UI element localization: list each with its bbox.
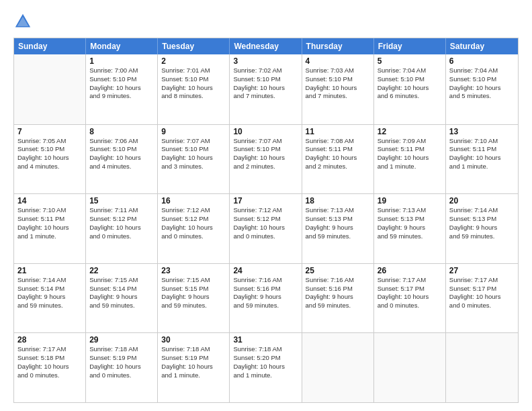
day-cell: 14Sunrise: 7:10 AM Sunset: 5:11 PM Dayli… (14, 194, 86, 263)
day-cell (14, 54, 86, 124)
logo (13, 12, 35, 31)
calendar: Sunday Monday Tuesday Wednesday Thursday… (13, 38, 519, 403)
day-info: Sunrise: 7:01 AM Sunset: 5:10 PM Dayligh… (161, 66, 226, 101)
day-number: 4 (306, 56, 370, 66)
day-number: 13 (449, 127, 515, 136)
day-info: Sunrise: 7:11 AM Sunset: 5:12 PM Dayligh… (89, 206, 154, 240)
day-number: 19 (378, 196, 442, 205)
day-number: 24 (233, 266, 298, 275)
day-info: Sunrise: 7:05 AM Sunset: 5:10 PM Dayligh… (17, 137, 82, 171)
day-info: Sunrise: 7:10 AM Sunset: 5:11 PM Dayligh… (449, 137, 515, 171)
day-info: Sunrise: 7:12 AM Sunset: 5:12 PM Dayligh… (233, 206, 298, 240)
day-cell: 16Sunrise: 7:12 AM Sunset: 5:12 PM Dayli… (158, 194, 230, 263)
day-number: 6 (449, 56, 515, 66)
day-number: 22 (89, 266, 154, 275)
day-info: Sunrise: 7:16 AM Sunset: 5:16 PM Dayligh… (233, 276, 298, 310)
day-info: Sunrise: 7:15 AM Sunset: 5:15 PM Dayligh… (161, 276, 226, 310)
day-cell: 2Sunrise: 7:01 AM Sunset: 5:10 PM Daylig… (158, 54, 230, 124)
day-number: 18 (306, 196, 370, 205)
day-cell: 29Sunrise: 7:18 AM Sunset: 5:19 PM Dayli… (86, 333, 158, 402)
day-number: 27 (449, 266, 515, 275)
day-number: 26 (378, 266, 442, 275)
header-monday: Monday (86, 38, 158, 54)
day-number: 9 (161, 127, 226, 136)
day-cell: 18Sunrise: 7:13 AM Sunset: 5:13 PM Dayli… (302, 194, 374, 263)
day-info: Sunrise: 7:13 AM Sunset: 5:13 PM Dayligh… (306, 206, 370, 240)
day-cell: 27Sunrise: 7:17 AM Sunset: 5:17 PM Dayli… (446, 264, 518, 333)
day-number: 28 (17, 335, 82, 345)
calendar-body: 1Sunrise: 7:00 AM Sunset: 5:10 PM Daylig… (14, 54, 518, 402)
header-tuesday: Tuesday (158, 38, 230, 54)
page: Sunday Monday Tuesday Wednesday Thursday… (0, 0, 532, 411)
day-cell: 23Sunrise: 7:15 AM Sunset: 5:15 PM Dayli… (158, 264, 230, 333)
day-cell: 21Sunrise: 7:14 AM Sunset: 5:14 PM Dayli… (14, 264, 86, 333)
header-sunday: Sunday (14, 38, 86, 54)
day-cell: 6Sunrise: 7:04 AM Sunset: 5:10 PM Daylig… (446, 54, 518, 124)
calendar-header: Sunday Monday Tuesday Wednesday Thursday… (14, 38, 518, 54)
day-cell (446, 333, 518, 402)
week-row-4: 21Sunrise: 7:14 AM Sunset: 5:14 PM Dayli… (14, 263, 518, 333)
day-info: Sunrise: 7:02 AM Sunset: 5:10 PM Dayligh… (233, 66, 298, 101)
day-number: 31 (233, 335, 298, 345)
day-cell: 9Sunrise: 7:07 AM Sunset: 5:10 PM Daylig… (158, 125, 230, 194)
day-number: 14 (17, 196, 82, 205)
day-info: Sunrise: 7:18 AM Sunset: 5:20 PM Dayligh… (233, 345, 298, 379)
day-number: 16 (161, 196, 226, 205)
day-cell: 20Sunrise: 7:14 AM Sunset: 5:13 PM Dayli… (446, 194, 518, 263)
day-cell: 26Sunrise: 7:17 AM Sunset: 5:17 PM Dayli… (374, 264, 446, 333)
day-number: 1 (89, 56, 154, 66)
day-cell: 11Sunrise: 7:08 AM Sunset: 5:11 PM Dayli… (302, 125, 374, 194)
day-number: 7 (17, 127, 82, 136)
day-cell: 10Sunrise: 7:07 AM Sunset: 5:10 PM Dayli… (230, 125, 302, 194)
day-info: Sunrise: 7:17 AM Sunset: 5:17 PM Dayligh… (449, 276, 515, 310)
day-cell: 1Sunrise: 7:00 AM Sunset: 5:10 PM Daylig… (86, 54, 158, 124)
week-row-2: 7Sunrise: 7:05 AM Sunset: 5:10 PM Daylig… (14, 124, 518, 194)
day-number: 3 (233, 56, 298, 66)
day-number: 20 (449, 196, 515, 205)
day-cell: 3Sunrise: 7:02 AM Sunset: 5:10 PM Daylig… (230, 54, 302, 124)
day-cell (374, 333, 446, 402)
day-number: 25 (306, 266, 370, 275)
day-number: 2 (161, 56, 226, 66)
day-info: Sunrise: 7:18 AM Sunset: 5:19 PM Dayligh… (161, 345, 226, 379)
day-number: 5 (378, 56, 442, 66)
day-number: 8 (89, 127, 154, 136)
day-cell: 4Sunrise: 7:03 AM Sunset: 5:10 PM Daylig… (302, 54, 374, 124)
day-cell: 7Sunrise: 7:05 AM Sunset: 5:10 PM Daylig… (14, 125, 86, 194)
day-info: Sunrise: 7:12 AM Sunset: 5:12 PM Dayligh… (161, 206, 226, 240)
day-cell: 8Sunrise: 7:06 AM Sunset: 5:10 PM Daylig… (86, 125, 158, 194)
day-cell: 28Sunrise: 7:17 AM Sunset: 5:18 PM Dayli… (14, 333, 86, 402)
day-cell: 25Sunrise: 7:16 AM Sunset: 5:16 PM Dayli… (302, 264, 374, 333)
header (13, 12, 519, 31)
day-info: Sunrise: 7:00 AM Sunset: 5:10 PM Dayligh… (89, 66, 154, 101)
day-info: Sunrise: 7:04 AM Sunset: 5:10 PM Dayligh… (449, 66, 515, 101)
day-number: 29 (89, 335, 154, 345)
day-number: 17 (233, 196, 298, 205)
day-info: Sunrise: 7:07 AM Sunset: 5:10 PM Dayligh… (161, 137, 226, 171)
day-info: Sunrise: 7:07 AM Sunset: 5:10 PM Dayligh… (233, 137, 298, 171)
day-info: Sunrise: 7:10 AM Sunset: 5:11 PM Dayligh… (17, 206, 82, 240)
day-info: Sunrise: 7:13 AM Sunset: 5:13 PM Dayligh… (378, 206, 442, 240)
day-info: Sunrise: 7:06 AM Sunset: 5:10 PM Dayligh… (89, 137, 154, 171)
day-info: Sunrise: 7:18 AM Sunset: 5:19 PM Dayligh… (89, 345, 154, 379)
logo-icon (13, 12, 32, 31)
day-info: Sunrise: 7:14 AM Sunset: 5:14 PM Dayligh… (17, 276, 82, 310)
week-row-5: 28Sunrise: 7:17 AM Sunset: 5:18 PM Dayli… (14, 332, 518, 402)
day-cell: 19Sunrise: 7:13 AM Sunset: 5:13 PM Dayli… (374, 194, 446, 263)
day-number: 21 (17, 266, 82, 275)
day-info: Sunrise: 7:09 AM Sunset: 5:11 PM Dayligh… (378, 137, 442, 171)
day-cell: 12Sunrise: 7:09 AM Sunset: 5:11 PM Dayli… (374, 125, 446, 194)
header-saturday: Saturday (446, 38, 518, 54)
day-cell: 31Sunrise: 7:18 AM Sunset: 5:20 PM Dayli… (230, 333, 302, 402)
day-info: Sunrise: 7:15 AM Sunset: 5:14 PM Dayligh… (89, 276, 154, 310)
day-cell: 15Sunrise: 7:11 AM Sunset: 5:12 PM Dayli… (86, 194, 158, 263)
day-cell: 24Sunrise: 7:16 AM Sunset: 5:16 PM Dayli… (230, 264, 302, 333)
day-number: 12 (378, 127, 442, 136)
week-row-3: 14Sunrise: 7:10 AM Sunset: 5:11 PM Dayli… (14, 193, 518, 263)
week-row-1: 1Sunrise: 7:00 AM Sunset: 5:10 PM Daylig… (14, 54, 518, 124)
day-cell: 22Sunrise: 7:15 AM Sunset: 5:14 PM Dayli… (86, 264, 158, 333)
day-number: 10 (233, 127, 298, 136)
day-cell: 17Sunrise: 7:12 AM Sunset: 5:12 PM Dayli… (230, 194, 302, 263)
day-cell: 5Sunrise: 7:04 AM Sunset: 5:10 PM Daylig… (374, 54, 446, 124)
day-cell (302, 333, 374, 402)
